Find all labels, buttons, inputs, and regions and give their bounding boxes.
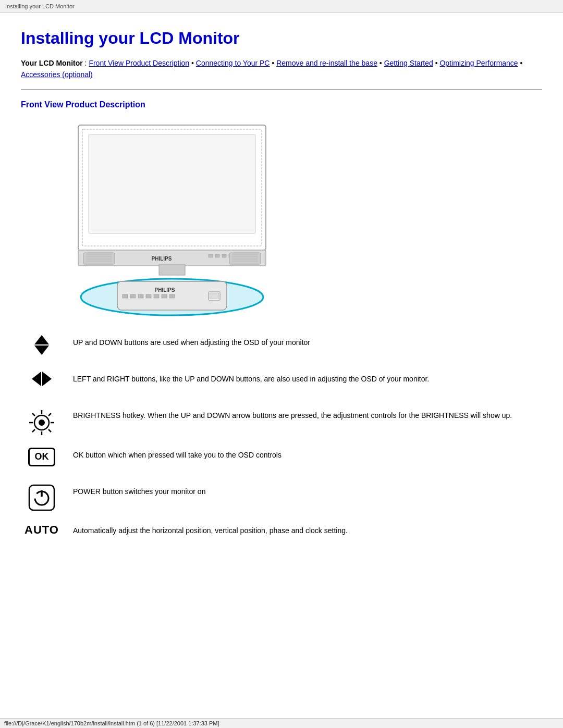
svg-rect-17	[229, 253, 261, 264]
arrow-down-icon	[34, 346, 49, 355]
svg-rect-34	[210, 293, 219, 299]
nav-link-remove[interactable]: Remove and re-install the base	[276, 59, 377, 67]
arrow-right-icon	[42, 372, 52, 386]
control-row-updown: UP and DOWN buttons are used when adjust…	[21, 335, 542, 361]
auto-text-icon: AUTO	[21, 523, 63, 537]
svg-rect-22	[159, 265, 185, 275]
leftright-arrows-icon	[21, 372, 63, 386]
svg-rect-6	[215, 254, 219, 257]
arrow-left-icon	[32, 372, 41, 386]
svg-line-42	[32, 429, 35, 432]
nav-link-front-view[interactable]: Front View Product Description	[89, 59, 189, 67]
svg-text:PHILIPS: PHILIPS	[155, 287, 175, 293]
leftright-description: LEFT and RIGHT buttons, like the UP and …	[73, 372, 542, 385]
control-row-leftright: LEFT and RIGHT buttons, like the UP and …	[21, 372, 542, 398]
svg-rect-5	[209, 254, 213, 257]
auto-label: AUTO	[25, 523, 59, 537]
power-button-icon	[28, 484, 55, 511]
browser-title-bar: Installing your LCD Monitor	[0, 0, 563, 13]
nav-link-accessories[interactable]: Accessories (optional)	[21, 70, 93, 79]
ok-label: OK	[28, 448, 55, 466]
svg-rect-29	[146, 294, 151, 298]
sun-icon	[27, 408, 56, 437]
monitor-image: PHILIPS	[63, 120, 282, 319]
ok-button-icon: OK	[21, 448, 63, 466]
nav-label: Your LCD Monitor	[21, 59, 83, 67]
control-row-brightness: BRIGHTNESS hotkey. When the UP and DOWN …	[21, 408, 542, 437]
svg-rect-2	[89, 134, 255, 233]
power-icon	[21, 484, 63, 513]
svg-line-40	[48, 429, 51, 432]
svg-rect-26	[123, 294, 128, 298]
svg-rect-28	[138, 294, 143, 298]
svg-rect-45	[29, 485, 54, 510]
control-row-auto: AUTO Automatically adjust the horizontal…	[21, 523, 542, 549]
power-description: POWER button switches your monitor on	[73, 484, 542, 497]
nav-sep: :	[83, 59, 89, 67]
svg-text:PHILIPS: PHILIPS	[152, 256, 172, 262]
nav-links: Your LCD Monitor : Front View Product De…	[21, 57, 542, 81]
page-title: Installing your LCD Monitor	[21, 29, 542, 48]
svg-rect-7	[222, 254, 226, 257]
brightness-icon	[21, 408, 63, 437]
nav-link-optimizing[interactable]: Optimizing Performance	[439, 59, 518, 67]
svg-point-44	[39, 419, 45, 426]
svg-line-41	[48, 413, 51, 416]
svg-rect-30	[154, 294, 159, 298]
updown-arrows-icon	[21, 335, 63, 355]
section-title: Front View Product Description	[21, 100, 542, 109]
monitor-svg: PHILIPS	[63, 120, 282, 318]
brightness-description: BRIGHTNESS hotkey. When the UP and DOWN …	[73, 408, 542, 421]
arrow-up-icon	[34, 335, 49, 344]
auto-description: Automatically adjust the horizontal posi…	[73, 523, 542, 536]
page-content: Installing your LCD Monitor Your LCD Mon…	[0, 13, 563, 581]
svg-rect-12	[83, 253, 115, 264]
nav-link-connecting[interactable]: Connecting to Your PC	[196, 59, 270, 67]
control-row-power: POWER button switches your monitor on	[21, 484, 542, 513]
updown-description: UP and DOWN buttons are used when adjust…	[73, 335, 542, 348]
control-row-ok: OK OK button which when pressed will tak…	[21, 448, 542, 474]
svg-line-39	[32, 413, 35, 416]
controls-section: UP and DOWN buttons are used when adjust…	[21, 335, 542, 549]
svg-rect-32	[169, 294, 175, 298]
divider	[21, 89, 542, 90]
ok-description: OK button which when pressed will take y…	[73, 448, 542, 461]
svg-rect-27	[130, 294, 136, 298]
nav-link-getting-started[interactable]: Getting Started	[384, 59, 433, 67]
svg-rect-31	[162, 294, 167, 298]
